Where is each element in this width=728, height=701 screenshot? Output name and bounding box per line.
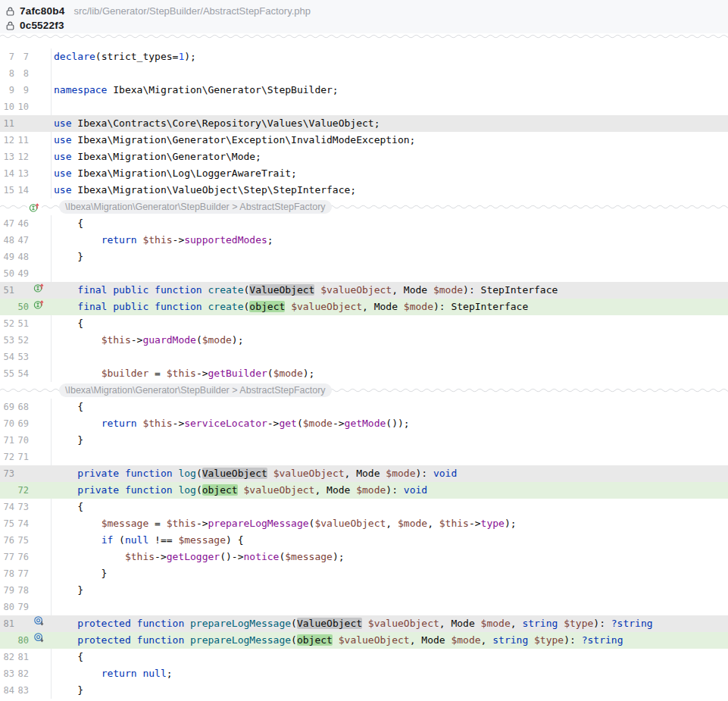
code-line[interactable]: private function log(ValueObject $valueO…: [52, 465, 728, 482]
gutter[interactable]: 5049: [0, 265, 52, 282]
gutter[interactable]: 5352: [0, 332, 52, 349]
line-number-old[interactable]: 10: [2, 99, 14, 115]
line-number-new[interactable]: 72: [16, 482, 29, 499]
collapsed-region-separator[interactable]: \Ibexa\Migration\Generator\StepBuilder >…: [0, 382, 728, 399]
line-number-new[interactable]: 51: [16, 315, 29, 332]
gutter[interactable]: 73: [0, 465, 52, 482]
code-line[interactable]: [52, 265, 728, 282]
line-number-new[interactable]: 12: [16, 149, 29, 165]
diff-row[interactable]: 1312use Ibexa\Migration\Generator\Mode;: [0, 149, 728, 165]
line-number-old[interactable]: 81: [2, 615, 14, 632]
line-number-new[interactable]: 47: [16, 232, 29, 249]
code-line[interactable]: private function log(object $valueObject…: [52, 482, 728, 499]
line-number-new[interactable]: 9: [16, 82, 29, 99]
line-number-new[interactable]: 8: [16, 65, 29, 82]
line-number-old[interactable]: 49: [2, 249, 14, 265]
diff-row[interactable]: 7473 {: [0, 499, 728, 515]
line-number-old[interactable]: 7: [2, 49, 14, 65]
collapsed-region-separator[interactable]: \Ibexa\Migration\Generator\StepBuilder >…: [0, 199, 728, 215]
diff-row[interactable]: 5049: [0, 265, 728, 282]
line-number-new[interactable]: 69: [16, 415, 29, 432]
line-number-old[interactable]: 74: [2, 499, 14, 515]
line-number-new[interactable]: 75: [16, 532, 29, 549]
code-line[interactable]: final public function create(ValueObject…: [52, 282, 728, 299]
line-number-old[interactable]: 77: [2, 549, 14, 565]
code-line[interactable]: use Ibexa\Migration\ValueObject\Step\Ste…: [52, 182, 728, 199]
line-number-old[interactable]: 55: [2, 365, 14, 382]
line-number-old[interactable]: 13: [2, 149, 14, 165]
line-number-new[interactable]: 10: [16, 99, 29, 115]
gutter[interactable]: 1514: [0, 182, 52, 199]
line-number-new[interactable]: 76: [16, 549, 29, 565]
breadcrumb[interactable]: \Ibexa\Migration\Generator\StepBuilder >…: [59, 200, 332, 214]
overridden-method-icon[interactable]: [33, 615, 45, 632]
gutter[interactable]: 72: [0, 482, 52, 499]
line-number-new[interactable]: 78: [16, 582, 29, 599]
diff-row[interactable]: 5554 $builder = $this->getBuilder($mode)…: [0, 365, 728, 382]
line-number-new[interactable]: 80: [16, 632, 29, 649]
line-number-old[interactable]: 71: [2, 432, 14, 449]
gutter[interactable]: 11: [0, 115, 52, 132]
gutter[interactable]: 8281: [0, 649, 52, 665]
gutter[interactable]: 4746: [0, 215, 52, 232]
gutter[interactable]: 4948: [0, 249, 52, 265]
gutter[interactable]: 7574: [0, 515, 52, 532]
code-line[interactable]: protected function prepareLogMessage(obj…: [52, 632, 728, 649]
code-line[interactable]: use Ibexa\Migration\Generator\Exception\…: [52, 132, 728, 149]
overridden-method-icon[interactable]: [33, 632, 45, 649]
code-line[interactable]: }: [52, 565, 728, 582]
line-number-old[interactable]: 84: [2, 682, 14, 699]
code-line[interactable]: return null;: [52, 665, 728, 682]
code-line[interactable]: {: [52, 499, 728, 515]
code-line[interactable]: use Ibexa\Migration\Log\LoggerAwareTrait…: [52, 165, 728, 182]
diff-row[interactable]: 5352 $this->guardMode($mode);: [0, 332, 728, 349]
line-number-old[interactable]: 14: [2, 165, 14, 182]
code-line[interactable]: [52, 99, 728, 115]
code-line[interactable]: }: [52, 249, 728, 265]
diff-row[interactable]: 7170 }: [0, 432, 728, 449]
line-number-old[interactable]: 70: [2, 415, 14, 432]
line-number-old[interactable]: 73: [2, 465, 14, 482]
code-line[interactable]: [52, 449, 728, 465]
diff-row[interactable]: 4847 return $this->supportedModes;: [0, 232, 728, 249]
gutter[interactable]: 4847: [0, 232, 52, 249]
line-number-new[interactable]: 83: [16, 682, 29, 699]
gutter[interactable]: 7675: [0, 532, 52, 549]
breadcrumb[interactable]: \Ibexa\Migration\Generator\StepBuilder >…: [59, 383, 332, 397]
line-number-new[interactable]: 81: [16, 649, 29, 665]
code-line[interactable]: declare(strict_types=1);: [52, 49, 728, 65]
code-line[interactable]: namespace Ibexa\Migration\Generator\Step…: [52, 82, 728, 99]
line-number-new[interactable]: 54: [16, 365, 29, 382]
line-number-old[interactable]: 47: [2, 215, 14, 232]
gutter[interactable]: 7978: [0, 582, 52, 599]
code-line[interactable]: }: [52, 582, 728, 599]
diff-row[interactable]: 4746 {: [0, 215, 728, 232]
diff-row[interactable]: 8281 {: [0, 649, 728, 665]
diff-row[interactable]: 7877 }: [0, 565, 728, 582]
line-number-new[interactable]: 53: [16, 349, 29, 365]
implements-method-icon[interactable]: [29, 204, 40, 215]
gutter[interactable]: 50: [0, 299, 52, 315]
code-line[interactable]: final public function create(object $val…: [52, 299, 728, 315]
gutter[interactable]: 5554: [0, 365, 52, 382]
line-number-new[interactable]: 49: [16, 265, 29, 282]
gutter[interactable]: 7473: [0, 499, 52, 515]
code-line[interactable]: [52, 349, 728, 365]
gutter[interactable]: 8079: [0, 599, 52, 615]
code-line[interactable]: }: [52, 682, 728, 699]
line-number-new[interactable]: 46: [16, 215, 29, 232]
line-number-new[interactable]: 7: [16, 49, 29, 65]
diff-row[interactable]: 8079: [0, 599, 728, 615]
line-number-old[interactable]: 11: [2, 115, 14, 132]
code-line[interactable]: {: [52, 315, 728, 332]
gutter[interactable]: 5251: [0, 315, 52, 332]
code-line[interactable]: {: [52, 215, 728, 232]
diff-row[interactable]: 7574 $message = $this->prepareLogMessage…: [0, 515, 728, 532]
line-number-old[interactable]: 82: [2, 649, 14, 665]
line-number-new[interactable]: 79: [16, 599, 29, 615]
line-number-new[interactable]: 73: [16, 499, 29, 515]
line-number-new[interactable]: 71: [16, 449, 29, 465]
implements-method-icon[interactable]: [33, 299, 45, 315]
line-number-old[interactable]: 72: [2, 449, 14, 465]
gutter[interactable]: 7776: [0, 549, 52, 565]
